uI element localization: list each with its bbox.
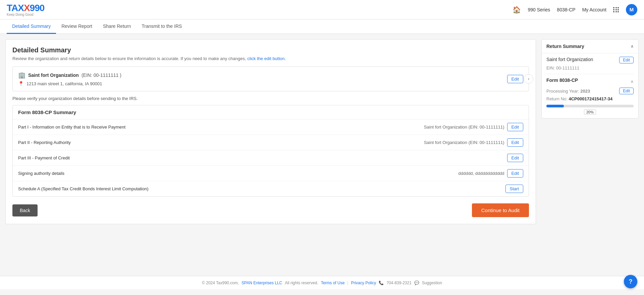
nav-8038cp[interactable]: 8038-CP <box>557 7 575 12</box>
logo-tagline: Keep Doing Good <box>7 13 44 16</box>
sidebar-return-no-value: 4CP000172415417-34 <box>569 96 612 101</box>
summary-row-label: Schedule A (Specified Tax Credit Bonds I… <box>18 186 149 191</box>
org-name: Saint fort Organization <box>28 72 79 78</box>
header: TAXX990 Keep Doing Good 🏠 990 Series 803… <box>0 0 644 19</box>
expand-arrow[interactable]: › <box>524 74 533 84</box>
part2-edit-button[interactable]: Edit <box>507 138 523 147</box>
page-title: Detailed Summary <box>12 46 529 54</box>
location-icon: 📍 <box>18 81 24 86</box>
sidebar-processing-year-value: 2023 <box>580 89 590 94</box>
avatar[interactable]: M <box>626 4 637 15</box>
return-summary-section: Return Summary ∧ Saint fort Organization… <box>541 39 639 118</box>
return-summary-body: Saint fort Organization Edit EIN: 00-111… <box>542 53 638 118</box>
footer-phone-icon: 📞 <box>379 281 384 285</box>
footer-terms-link[interactable]: Terms of Use <box>321 281 345 285</box>
nav-my-account[interactable]: My Account <box>582 7 606 12</box>
footer-suggestion: Suggestion <box>422 281 442 285</box>
return-summary-header: Return Summary ∧ <box>542 40 638 53</box>
summary-row: Schedule A (Specified Tax Credit Bonds I… <box>13 181 529 196</box>
verify-text: Please verify your organization details … <box>12 96 529 101</box>
building-icon: 🏢 <box>18 71 25 79</box>
edit-link[interactable]: click the edit button. <box>247 56 286 61</box>
summary-row-right: Start <box>505 185 523 193</box>
summary-box-title: Form 8038-CP Summary <box>13 105 529 119</box>
sidebar-org-name: Saint fort Organization <box>546 57 593 62</box>
nav-990-series[interactable]: 990 Series <box>528 7 550 12</box>
footer-span-link[interactable]: SPAN Enterprises LLC <box>241 281 282 285</box>
sidebar-form-title-row: Form 8038-CP ∧ <box>546 78 634 86</box>
summary-row: Part II - Reporting Authority Saint fort… <box>13 135 529 150</box>
header-right: 🏠 990 Series 8038-CP My Account M <box>513 4 637 15</box>
org-name-row: 🏢 Saint fort Organization (EIN: 00-11111… <box>18 71 121 79</box>
tabs-bar: Detailed Summary Review Report Share Ret… <box>0 19 644 34</box>
action-row: Back Continue to Audit <box>12 203 529 217</box>
logo-primary: TAX <box>7 3 24 13</box>
logo: TAXX990 Keep Doing Good <box>7 3 44 16</box>
progress-bar-outer <box>546 105 634 107</box>
sidebar-ein-row: EIN: 00-1111111 <box>546 65 634 70</box>
progress-badge: 20% <box>584 109 596 115</box>
summary-row-value: Saint fort Organization (EIN: 00-1111111… <box>424 140 504 145</box>
sidebar-return-no-label: Return No: 4CP000172415417-34 <box>546 96 612 101</box>
sidebar: Return Summary ∧ Saint fort Organization… <box>541 39 639 122</box>
sidebar-form-title: Form 8038-CP <box>546 78 578 83</box>
summary-row: Part I - Information on Entity that is t… <box>13 119 529 135</box>
summary-row: Signing authority details dddddd, dddddd… <box>13 166 529 181</box>
signing-edit-button[interactable]: Edit <box>507 169 523 178</box>
summary-row-value: Saint fort Organization (EIN: 00-1111111… <box>424 125 504 130</box>
sidebar-return-no-row: Return No: 4CP000172415417-34 <box>546 96 634 101</box>
signing-authority-value: dddddd, dddddddddddd <box>458 171 504 176</box>
help-button[interactable]: ? <box>624 275 637 288</box>
sidebar-org-edit-button[interactable]: Edit <box>619 57 634 63</box>
footer-suggestion-icon: 💬 <box>414 281 419 285</box>
logo-text: TAXX990 <box>7 3 44 13</box>
sidebar-processing-year-row: Processing Year: 2023 Edit <box>546 88 634 94</box>
grid-icon[interactable] <box>613 7 619 12</box>
summary-row-label: Part III - Payment of Credit <box>18 155 70 160</box>
summary-row-label: Part I - Information on Entity that is t… <box>18 125 125 130</box>
sidebar-processing-year-label: Processing Year: 2023 <box>546 89 590 94</box>
footer-copyright: © 2024 Tax990.com, <box>202 281 239 285</box>
org-info: 🏢 Saint fort Organization (EIN: 00-11111… <box>18 71 121 86</box>
home-icon[interactable]: 🏠 <box>513 6 521 14</box>
tab-share-return[interactable]: Share Return <box>98 19 136 34</box>
logo-x: X <box>24 3 30 13</box>
schedule-a-start-button[interactable]: Start <box>505 185 523 193</box>
footer: © 2024 Tax990.com, SPAN Enterprises LLC … <box>0 276 644 289</box>
part3-edit-button[interactable]: Edit <box>507 154 523 162</box>
content-area: Detailed Summary Review the organization… <box>5 39 536 224</box>
chevron-up-icon[interactable]: ∧ <box>631 44 634 49</box>
progress-container: 20% <box>546 105 634 115</box>
back-button[interactable]: Back <box>12 204 38 216</box>
org-address-row: 📍 1213 main street 1, california, IA 900… <box>18 81 121 86</box>
sidebar-form-section: Form 8038-CP ∧ Processing Year: 2023 Edi… <box>546 74 634 115</box>
summary-row-right: Edit <box>507 154 523 162</box>
main-layout: Detailed Summary Review the organization… <box>0 34 644 276</box>
chevron-up-form-icon[interactable]: ∧ <box>631 79 634 84</box>
sidebar-ein-value: 00-1111111 <box>556 65 579 70</box>
summary-row-label: Part II - Reporting Authority <box>18 140 71 145</box>
continue-to-audit-button[interactable]: Continue to Audit <box>472 203 529 217</box>
sidebar-org-row: Saint fort Organization Edit <box>546 57 634 63</box>
logo-suffix: 990 <box>30 3 45 13</box>
footer-divider: | <box>347 281 348 285</box>
summary-row: Part III - Payment of Credit Edit <box>13 150 529 166</box>
summary-row-label: Signing authority details <box>18 171 64 176</box>
footer-rights: All rights reserved. <box>285 281 318 285</box>
sidebar-year-edit-button[interactable]: Edit <box>619 88 634 94</box>
tab-detailed-summary[interactable]: Detailed Summary <box>7 19 56 34</box>
tab-review-report[interactable]: Review Report <box>56 19 98 34</box>
summary-row-right: dddddd, dddddddddddd Edit <box>458 169 523 178</box>
summary-row-right: Saint fort Organization (EIN: 00-1111111… <box>424 123 523 131</box>
sidebar-ein-label: EIN: 00-1111111 <box>546 65 579 70</box>
org-card: 🏢 Saint fort Organization (EIN: 00-11111… <box>12 66 529 91</box>
summary-box: Form 8038-CP Summary Part I - Informatio… <box>12 105 529 197</box>
summary-row-right: Saint fort Organization (EIN: 00-1111111… <box>424 138 523 147</box>
part1-edit-button[interactable]: Edit <box>507 123 523 131</box>
page-subtitle: Review the organization and return detai… <box>12 56 529 61</box>
org-ein-paren: (EIN: 00-1111111 ) <box>82 72 121 78</box>
tab-transmit-irs[interactable]: Transmit to the IRS <box>136 19 187 34</box>
org-edit-button[interactable]: Edit <box>507 75 523 83</box>
progress-bar-inner <box>546 105 564 107</box>
footer-privacy-link[interactable]: Privacy Policy <box>351 281 376 285</box>
